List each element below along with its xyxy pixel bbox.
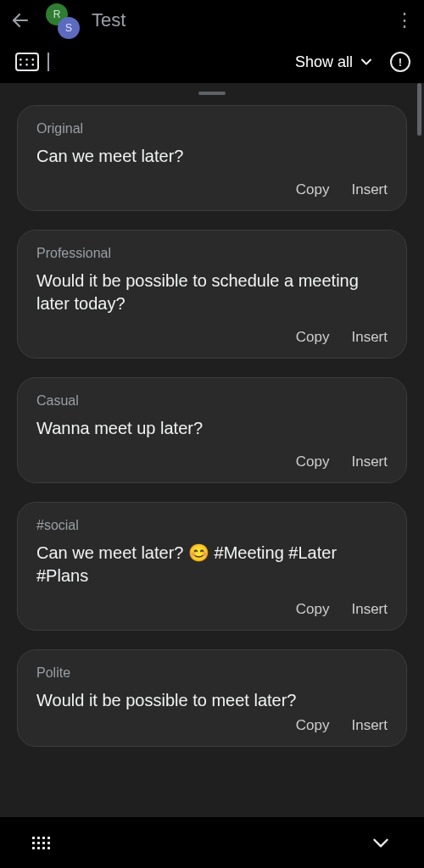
insert-button[interactable]: Insert: [351, 601, 388, 618]
card-tag: Professional: [36, 246, 388, 261]
text-cursor[interactable]: [47, 53, 49, 71]
copy-button[interactable]: Copy: [296, 181, 330, 198]
card-tag: #social: [36, 518, 388, 533]
insert-button[interactable]: Insert: [351, 181, 388, 198]
suggestion-card: Original Can we meet later? Copy Insert: [17, 105, 407, 211]
suggestion-card: #social Can we meet later? 😊 #Meeting #L…: [17, 502, 407, 631]
copy-button[interactable]: Copy: [296, 601, 330, 618]
avatar-cluster[interactable]: R S: [46, 3, 80, 37]
card-actions: Copy Insert: [36, 329, 388, 346]
scrollbar[interactable]: [417, 83, 421, 136]
copy-button[interactable]: Copy: [296, 717, 330, 734]
chevron-down-icon: [358, 53, 375, 70]
keyboard-icon[interactable]: [32, 837, 50, 849]
bottom-bar: [0, 817, 424, 868]
suggestion-card: Casual Wanna meet up later? Copy Insert: [17, 377, 407, 483]
card-actions: Copy Insert: [36, 453, 388, 470]
card-tag: Casual: [36, 393, 388, 409]
copy-button[interactable]: Copy: [296, 453, 330, 470]
alert-icon[interactable]: !: [390, 52, 410, 72]
insert-button[interactable]: Insert: [351, 329, 388, 346]
card-text: Would it be possible to meet later?: [36, 689, 388, 712]
card-actions: Copy Insert: [36, 601, 388, 618]
back-icon[interactable]: [10, 10, 31, 31]
suggestion-card: Professional Would it be possible to sch…: [17, 230, 407, 359]
page-title: Test: [92, 9, 126, 31]
card-tag: Polite: [36, 665, 388, 681]
suggestions-sheet: Original Can we meet later? Copy Insert …: [0, 83, 424, 817]
filter-label: Show all: [295, 53, 353, 71]
filter-dropdown[interactable]: Show all: [295, 53, 375, 71]
card-text: Would it be possible to schedule a meeti…: [36, 270, 388, 315]
insert-button[interactable]: Insert: [351, 453, 388, 470]
drag-handle-icon: [198, 92, 226, 95]
card-actions: Copy Insert: [36, 717, 388, 734]
top-bar: R S Test ⋮: [0, 0, 424, 41]
chevron-down-icon[interactable]: [370, 832, 392, 854]
kebab-menu-icon[interactable]: ⋮: [395, 11, 414, 30]
card-actions: Copy Insert: [36, 181, 388, 198]
card-text: Can we meet later?: [36, 145, 388, 168]
card-text: Can we meet later? 😊 #Meeting #Later #Pl…: [36, 542, 388, 587]
card-text: Wanna meet up later?: [36, 417, 388, 440]
toolbar: ● ● ●● ● ● Show all !: [0, 41, 424, 83]
cards-list: Original Can we meet later? Copy Insert …: [0, 105, 424, 747]
card-tag: Original: [36, 121, 388, 136]
avatar: S: [58, 17, 80, 39]
copy-button[interactable]: Copy: [296, 329, 330, 346]
insert-button[interactable]: Insert: [351, 717, 388, 734]
drag-handle-row[interactable]: [0, 83, 424, 105]
keyboard-icon[interactable]: ● ● ●● ● ●: [15, 53, 39, 71]
suggestion-card: Polite Would it be possible to meet late…: [17, 649, 407, 747]
